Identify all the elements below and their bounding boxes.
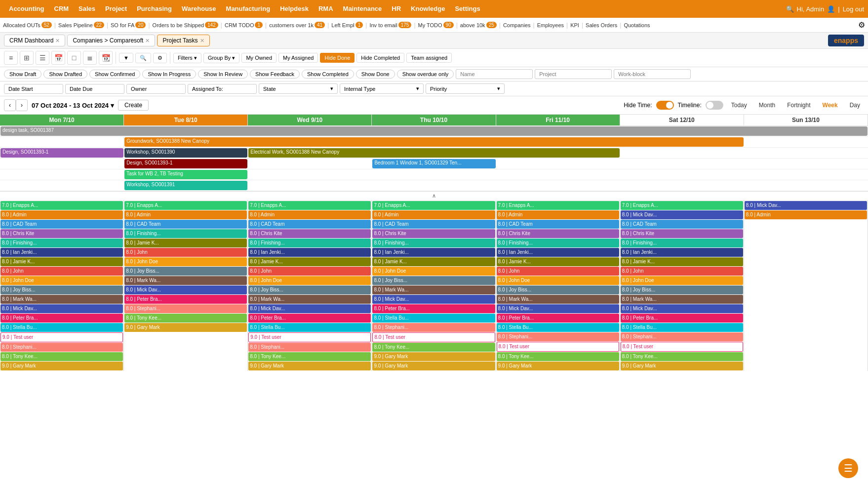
view-fortnight-btn[interactable]: Fortnight	[783, 101, 814, 110]
task-chip[interactable]: 8.0 | Jamie K...	[497, 257, 619, 266]
task-chip[interactable]: 8.0 | CAD Team	[248, 220, 371, 229]
settings-btn[interactable]: ⚙	[153, 53, 167, 63]
task-chip[interactable]: 8.0 | Stella Bu...	[248, 323, 371, 332]
nav-rma[interactable]: RMA	[314, 0, 338, 18]
badge-employees[interactable]: Employees	[537, 22, 564, 28]
search-icon[interactable]: 🔍	[786, 5, 794, 13]
task-chip[interactable]: 8.0 | Mark Wa...	[124, 276, 247, 285]
task-chip[interactable]: 8.0 | Mark Wa...	[248, 295, 371, 304]
task-chip[interactable]: 7.0 | Enapps A...	[248, 201, 371, 210]
badge-allocated-outs[interactable]: Allocated OUTs 52	[3, 22, 52, 28]
task-chip[interactable]: 8.0 | Mick Dav...	[372, 295, 495, 304]
task-chip[interactable]: 8.0 | Ian Jenki...	[621, 248, 743, 257]
task-chip[interactable]: 8.0 | Peter Bra...	[0, 314, 123, 323]
filters-dropdown-btn[interactable]: Filters ▾	[173, 53, 201, 63]
priority-filter[interactable]: Priority ▾	[426, 83, 505, 94]
task-chip[interactable]: 8.0 | Stephani...	[124, 304, 247, 313]
view-grid-icon[interactable]: ⊞	[20, 51, 34, 65]
task-chip[interactable]: 8.0 | Peter Bra...	[497, 314, 619, 323]
task-chip[interactable]: 8.0 | John Doe	[497, 276, 619, 285]
task-chip[interactable]: 8.0 | Mick Dav...	[124, 285, 247, 294]
task-chip[interactable]: 8.0 | John	[621, 267, 743, 276]
assigned-to-filter[interactable]: Assigned To:	[188, 84, 257, 94]
span-task-design-task[interactable]: design task, SO001387	[0, 126, 868, 136]
timeline-toggle[interactable]	[706, 101, 723, 110]
task-chip[interactable]: 8.0 | Peter Bra...	[372, 304, 495, 313]
task-chip[interactable]: 9.0 | Gary Mark	[0, 362, 123, 370]
task-chip[interactable]: 8.0 | Mick Dav...	[497, 304, 619, 313]
nav-project[interactable]: Project	[100, 0, 132, 18]
task-chip[interactable]: 8.0 | Peter Bra...	[248, 314, 371, 323]
filter-icon-btn[interactable]: ▼	[119, 53, 133, 63]
task-chip[interactable]: 8.0 | Peter Bra...	[124, 295, 247, 304]
task-chip[interactable]: 8.0 | John	[124, 248, 247, 257]
task-chip[interactable]: 9.0 | Test user	[0, 332, 123, 342]
task-chip[interactable]: 8.0 | Admin	[372, 210, 495, 219]
state-filter[interactable]: State ▾	[259, 83, 338, 94]
task-chip[interactable]: 8.0 | Joy Biss...	[248, 285, 371, 294]
collapse-row[interactable]: ∧	[0, 192, 868, 201]
task-chip[interactable]: 8.0 | Mark Wa...	[372, 285, 495, 294]
task-chip[interactable]: 8.0 | Jamie K...	[0, 257, 123, 266]
tab-companies-comparesoft[interactable]: Companies > Comparesoft ✕	[67, 35, 155, 46]
task-chip[interactable]: 8.0 | John Doe	[124, 257, 247, 266]
view-calendar-icon[interactable]: 📅	[51, 51, 65, 65]
task-chip[interactable]: 8.0 | Joy Biss...	[621, 285, 743, 294]
task-chip[interactable]: 8.0 | Joy Biss...	[497, 285, 619, 294]
task-chip[interactable]: 8.0 | Admin	[248, 210, 371, 219]
badge-left-empl[interactable]: Left Empl 1	[331, 22, 363, 28]
search-btn[interactable]: 🔍	[135, 53, 151, 63]
my-assigned-btn[interactable]: My Assigned	[278, 53, 318, 63]
view-rows-icon[interactable]: ☰	[36, 51, 49, 65]
span-task-electrical[interactable]: Electrical Work, SO001388 New Canopy	[248, 148, 619, 158]
task-chip[interactable]: 7.0 | Enapps A...	[621, 201, 743, 210]
nav-crm[interactable]: CRM	[49, 0, 74, 18]
prev-week-btn[interactable]: ‹	[4, 99, 16, 111]
task-chip[interactable]: 8.0 | CAD Team	[124, 220, 247, 229]
task-chip[interactable]: 8.0 | Admin	[497, 210, 619, 219]
nav-maintenance[interactable]: Maintenance	[338, 0, 387, 18]
task-chip[interactable]: 8.0 | Ian Jenki...	[372, 248, 495, 257]
task-chip[interactable]: 8.0 | Admin	[0, 210, 123, 219]
span-task-wb2[interactable]: Task for WB 2, TB Testing	[124, 170, 247, 179]
filter-show-draft[interactable]: Show Draft	[4, 70, 41, 79]
nav-purchasing[interactable]: Purchasing	[132, 0, 177, 18]
task-chip[interactable]: 8.0 | Jamie K...	[621, 257, 743, 266]
task-chip[interactable]: 8.0 | CAD Team	[372, 220, 495, 229]
span-task-bedroom[interactable]: Bedroom 1 Window 1, SO001329 Ten...	[372, 159, 495, 168]
filter-show-in-progress[interactable]: Show In Progress	[142, 70, 196, 79]
filter-show-completed[interactable]: Show Completed	[302, 70, 354, 79]
task-chip[interactable]: 8.0 | Finishing...	[248, 239, 371, 247]
view-box-icon[interactable]: □	[67, 51, 81, 65]
task-chip[interactable]: 8.0 | Tony Kee...	[372, 343, 495, 352]
task-chip[interactable]: 8.0 | Stella Bu...	[0, 323, 123, 332]
task-chip[interactable]: 8.0 | Tony Kee...	[124, 314, 247, 323]
task-chip[interactable]: 8.0 | Jamie K...	[372, 257, 495, 266]
task-chip[interactable]: 8.0 | Joy Biss...	[124, 267, 247, 276]
task-chip[interactable]: 8.0 | Joy Biss...	[372, 276, 495, 285]
filter-show-in-review[interactable]: Show In Review	[198, 70, 248, 79]
filter-show-drafted[interactable]: Show Drafted	[43, 70, 87, 79]
date-range-display[interactable]: 07 Oct 2024 - 13 Oct 2024 ▾	[32, 102, 114, 109]
task-chip[interactable]: 8.0 | Stephani...	[497, 332, 619, 341]
task-chip[interactable]: 8.0 | Chris Kite	[372, 229, 495, 238]
task-chip[interactable]: 8.0 | Mick Dav...	[745, 201, 867, 210]
task-chip[interactable]: 8.0 | Stephani...	[621, 332, 743, 341]
logout-button[interactable]: Log out	[843, 5, 864, 13]
span-task-design-dark[interactable]: Design, SO001393-1	[124, 159, 247, 168]
badge-quotations[interactable]: Quotations	[624, 22, 650, 28]
task-chip[interactable]: 8.0 | John Doe	[0, 276, 123, 285]
create-event-btn[interactable]: Create	[118, 100, 149, 111]
task-chip[interactable]: 8.0 | Jamie K...	[248, 257, 371, 266]
badge-above-10k[interactable]: above 10k 25	[460, 22, 497, 28]
view-list-icon[interactable]: ≡	[4, 51, 18, 65]
task-chip[interactable]: 9.0 | Gary Mark	[248, 362, 371, 370]
task-chip[interactable]: 7.0 | Enapps A...	[372, 201, 495, 210]
task-chip[interactable]: 8.0 | Mick Dav...	[0, 304, 123, 313]
task-chip[interactable]: 8.0 | Finishing...	[497, 239, 619, 247]
task-chip[interactable]: 8.0 | Jamie K...	[124, 239, 247, 247]
nav-settings[interactable]: Settings	[450, 0, 485, 18]
span-task-workshop-s01391[interactable]: Workshop, SO001391	[124, 181, 247, 190]
task-chip[interactable]: 8.0 | Finishing...	[0, 239, 123, 247]
task-chip[interactable]: 8.0 | Peter Bra...	[621, 314, 743, 323]
